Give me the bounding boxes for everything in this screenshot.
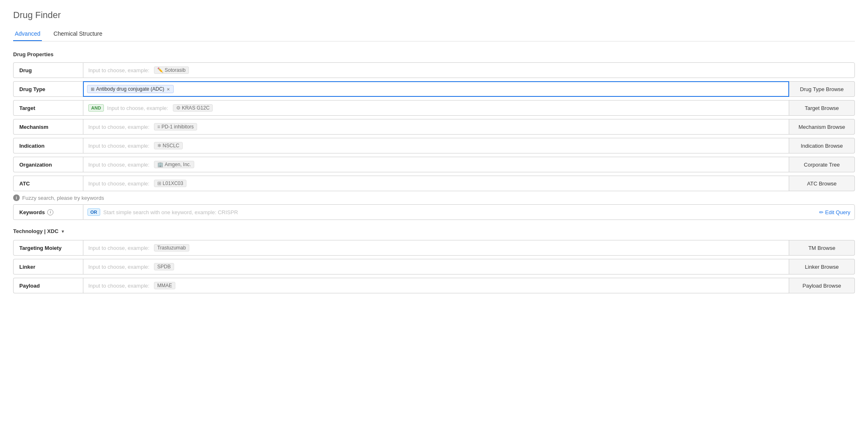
keywords-label: Keywords i: [13, 204, 83, 220]
mechanism-field-row: Mechanism Input to choose, example: ≡ PD…: [13, 119, 855, 135]
organization-field-row: Organization Input to choose, example: 🏢…: [13, 157, 855, 172]
indication-input[interactable]: Input to choose, example: ❄ NSCLC: [83, 138, 789, 153]
target-icon: ⚙: [176, 105, 181, 111]
target-label-text: Target: [19, 105, 35, 111]
technology-title: Technology | XDC: [13, 228, 58, 234]
drug-example-tag: ✏️ Sotorasib: [154, 66, 189, 74]
drug-type-field-row: Drug Type ⊞ Antibody drug conjugate (ADC…: [13, 81, 855, 97]
drug-type-label-text: Drug Type: [19, 86, 45, 92]
organization-label: Organization: [13, 157, 83, 172]
indication-label: Indication: [13, 138, 83, 153]
drug-type-input[interactable]: ⊞ Antibody drug conjugate (ADC) ×: [83, 81, 789, 97]
mechanism-label: Mechanism: [13, 119, 83, 135]
tab-advanced[interactable]: Advanced: [13, 27, 42, 41]
mechanism-browse-btn[interactable]: Mechanism Browse: [789, 119, 855, 135]
payload-field-row: Payload Input to choose, example: MMAE P…: [13, 278, 855, 293]
tabs-bar: Advanced Chemical Structure: [13, 27, 855, 41]
indication-field-row: Indication Input to choose, example: ❄ N…: [13, 138, 855, 153]
target-example-value: KRAS G12C: [182, 105, 209, 111]
drug-type-label: Drug Type: [13, 81, 83, 97]
keywords-info-icon: i: [47, 209, 53, 215]
drug-type-tag-text: Antibody drug conjugate (ADC): [96, 86, 164, 92]
indication-example-value: NSCLC: [163, 143, 179, 149]
atc-example-tag: ⊞ L01XC03: [154, 180, 186, 187]
linker-label: Linker: [13, 259, 83, 274]
keywords-row: Keywords i OR Start simple search with o…: [13, 204, 855, 220]
drug-field-row: Drug Input to choose, example: ✏️ Sotora…: [13, 62, 855, 78]
pencil-icon: ✏️: [157, 67, 163, 73]
drug-label: Drug: [13, 62, 83, 78]
mechanism-example-tag: ≡ PD-1 inhibitors: [154, 123, 197, 130]
drug-label-text: Drug: [19, 67, 32, 73]
atc-input[interactable]: Input to choose, example: ⊞ L01XC03: [83, 176, 789, 191]
payload-label: Payload: [13, 278, 83, 293]
payload-example-tag: MMAE: [154, 282, 175, 289]
equals-icon: ≡: [157, 124, 160, 130]
mechanism-example-value: PD-1 inhibitors: [161, 124, 194, 130]
mechanism-input[interactable]: Input to choose, example: ≡ PD-1 inhibit…: [83, 119, 789, 135]
tm-placeholder-prefix: Input to choose, example:: [88, 245, 152, 251]
organization-browse-btn[interactable]: Corporate Tree: [789, 157, 855, 172]
payload-browse-btn[interactable]: Payload Browse: [789, 278, 855, 293]
snowflake-icon: ❄: [157, 143, 161, 149]
tm-browse-btn[interactable]: TM Browse: [789, 240, 855, 256]
target-browse-btn[interactable]: Target Browse: [789, 100, 855, 116]
organization-label-text: Organization: [19, 162, 52, 168]
linker-browse-btn[interactable]: Linker Browse: [789, 259, 855, 274]
drug-example-value: Sotorasib: [165, 67, 186, 73]
hierarchy-icon: ⊞: [91, 87, 94, 92]
targeting-moiety-label: Targeting Moiety: [13, 240, 83, 256]
technology-section: Technology | XDC ▾ Targeting Moiety Inpu…: [13, 228, 855, 293]
technology-header: Technology | XDC ▾: [13, 228, 855, 234]
drug-type-browse-btn[interactable]: Drug Type Browse: [789, 81, 855, 97]
payload-input[interactable]: Input to choose, example: MMAE: [83, 278, 789, 293]
keywords-placeholder: Start simple search with one keyword, ex…: [103, 209, 238, 215]
organization-example-value: Amgen, Inc.: [165, 162, 191, 167]
keywords-or-badge[interactable]: OR: [87, 208, 100, 216]
atc-example-value: L01XC03: [163, 181, 183, 186]
page-title: Drug Finder: [13, 10, 855, 21]
keywords-input[interactable]: OR Start simple search with one keyword,…: [83, 204, 855, 220]
edit-query-label: Edit Query: [825, 209, 850, 215]
indication-browse-btn[interactable]: Indication Browse: [789, 138, 855, 153]
mechanism-placeholder-prefix: Input to choose, example:: [88, 124, 152, 130]
tm-example-tag: Trastuzumab: [154, 244, 189, 252]
edit-query-btn[interactable]: ✏ Edit Query: [819, 209, 850, 215]
chevron-down-icon[interactable]: ▾: [62, 229, 64, 234]
atc-label: ATC: [13, 176, 83, 191]
atc-browse-btn[interactable]: ATC Browse: [789, 176, 855, 191]
linker-field-row: Linker Input to choose, example: SPDB Li…: [13, 259, 855, 274]
linker-example-value: SPDB: [157, 264, 171, 270]
fuzzy-note-text: Fuzzy search, please try keywords: [22, 195, 104, 201]
indication-placeholder-prefix: Input to choose, example:: [88, 143, 152, 149]
keywords-label-text: Keywords: [19, 209, 45, 215]
targeting-moiety-input[interactable]: Input to choose, example: Trastuzumab: [83, 240, 789, 256]
building-icon: 🏢: [157, 162, 163, 167]
tab-chemical-structure[interactable]: Chemical Structure: [52, 27, 104, 41]
drug-type-tag-close[interactable]: ×: [167, 87, 170, 92]
linker-input[interactable]: Input to choose, example: SPDB: [83, 259, 789, 274]
payload-example-value: MMAE: [157, 283, 172, 288]
linker-example-tag: SPDB: [154, 263, 174, 270]
target-and-badge[interactable]: AND: [88, 104, 104, 112]
fuzzy-note: i Fuzzy search, please try keywords: [13, 194, 855, 201]
drug-placeholder-prefix: Input to choose, example:: [88, 67, 152, 73]
drug-input[interactable]: Input to choose, example: ✏️ Sotorasib: [83, 62, 855, 78]
target-input[interactable]: AND Input to choose, example: ⚙ KRAS G12…: [83, 100, 789, 116]
atc-field-row: ATC Input to choose, example: ⊞ L01XC03 …: [13, 176, 855, 191]
atc-placeholder-prefix: Input to choose, example:: [88, 181, 152, 187]
organization-placeholder-prefix: Input to choose, example:: [88, 162, 152, 168]
linker-label-text: Linker: [19, 264, 35, 270]
drug-type-tag: ⊞ Antibody drug conjugate (ADC) ×: [87, 85, 174, 93]
organization-example-tag: 🏢 Amgen, Inc.: [154, 161, 194, 168]
target-example-tag: ⚙ KRAS G12C: [173, 104, 213, 112]
organization-input[interactable]: Input to choose, example: 🏢 Amgen, Inc.: [83, 157, 789, 172]
atc-label-text: ATC: [19, 181, 30, 187]
grid-icon: ⊞: [157, 181, 161, 186]
payload-placeholder-prefix: Input to choose, example:: [88, 283, 152, 289]
target-field-row: Target AND Input to choose, example: ⚙ K…: [13, 100, 855, 116]
tm-example-value: Trastuzumab: [157, 245, 186, 251]
target-label: Target: [13, 100, 83, 116]
mechanism-label-text: Mechanism: [19, 124, 48, 130]
targeting-moiety-label-text: Targeting Moiety: [19, 245, 62, 251]
